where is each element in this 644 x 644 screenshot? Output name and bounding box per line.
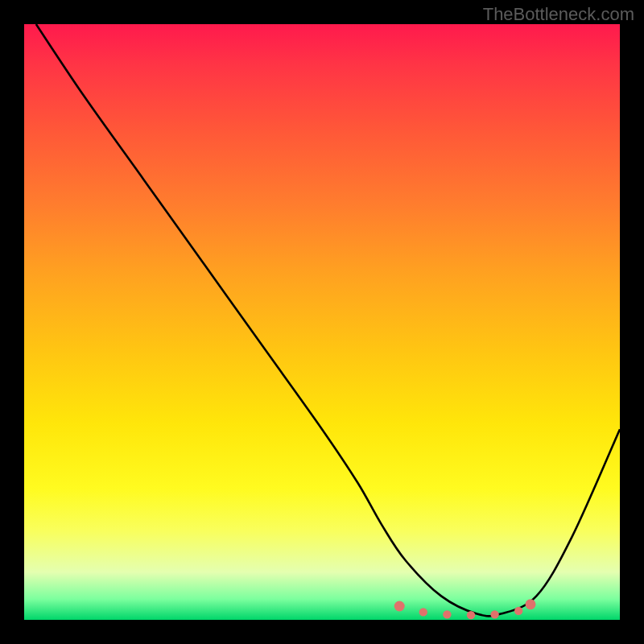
- optimal-marker: [467, 611, 475, 619]
- optimal-marker: [514, 607, 522, 615]
- optimal-marker: [419, 608, 427, 616]
- optimal-marker: [443, 610, 451, 618]
- chart-svg: [24, 24, 620, 620]
- chart-plot-area: [24, 24, 620, 620]
- watermark-label: TheBottleneck.com: [483, 4, 634, 25]
- optimal-marker: [490, 610, 498, 618]
- optimal-marker: [526, 599, 536, 609]
- optimal-marker: [394, 601, 405, 611]
- bottleneck-curve-line: [36, 24, 620, 616]
